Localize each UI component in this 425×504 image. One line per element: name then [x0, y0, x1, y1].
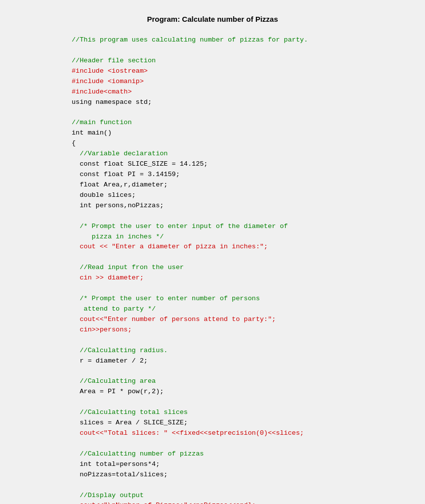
code-line-comment-slices: //Calculatting total slices [72, 408, 425, 418]
code-line-comment1: //This program uses calculating number o… [72, 35, 425, 46]
code-line-comment-read: //Read input fron the user [72, 263, 425, 273]
code-line-comment-header: //Header file section [72, 56, 425, 66]
code-line-cout-output: cout<<"\nNumber of Pizzas:"<<noPizzas<<e… [72, 501, 425, 504]
code-line-comment-var: //Variable declaration [72, 149, 425, 159]
code-line-cout-persons: cout<<"Enter number of persons attend to… [72, 315, 425, 325]
code-line-calc-slices: slices = Area / SLICE_SIZE; [72, 418, 425, 428]
code-line-calc-area: Area = PI * pow(r,2); [72, 387, 425, 397]
code-line-comment-prompt1b: pizza in inches */ [72, 232, 425, 242]
page-title: Program: Calculate number of Pizzas [0, 15, 425, 23]
code-line-include3: #include<cmath> [72, 87, 425, 97]
code-line-calc-radius: r = diameter / 2; [72, 356, 425, 367]
code-line-comment-prompt2b: attend to party */ [72, 304, 425, 315]
code-line-brace-open: { [72, 138, 425, 149]
code-line-cin-persons: cin>>persons; [72, 325, 425, 335]
code-line-comment-prompt1a: /* Prompt the user to enter input of the… [72, 222, 425, 232]
code-line-include2: #include <iomanip> [72, 77, 425, 87]
code-line-comment-radius: //Calculatting radius. [72, 346, 425, 356]
code-line-comment-area: //Calculatting area [72, 376, 425, 387]
code-block: //This program uses calculating number o… [72, 35, 425, 504]
code-line-cin-diameter: cin >> diameter; [72, 273, 425, 283]
code-line-float-area: float Area,r,diameter; [72, 180, 425, 190]
code-line-pi: const float PI = 3.14159; [72, 170, 425, 180]
code-line-comment-pizzas: //Calculatting number of pizzas [72, 449, 425, 459]
code-line-calc-total: int total=persons*4; [72, 459, 425, 470]
code-line-calc-noPizzas: noPizzas=total/slices; [72, 470, 425, 480]
code-line-cout-slices: cout<<"Total slices: " <<fixed<<setpreci… [72, 428, 425, 439]
code-line-comment-main: //main function [72, 118, 425, 128]
code-line-include1: #include <iostream> [72, 66, 425, 77]
code-line-slice-size: const float SLICE_SIZE = 14.125; [72, 159, 425, 170]
code-line-int-main: int main() [72, 128, 425, 138]
code-line-double-slices: double slices; [72, 190, 425, 201]
code-line-int-persons: int persons,noPizzas; [72, 201, 425, 211]
code-line-using: using namespace std; [72, 97, 425, 108]
code-line-comment-display: //Display output [72, 491, 425, 501]
code-line-comment-prompt2a: /* Prompt the user to enter number of pe… [72, 294, 425, 304]
code-line-cout-diameter: cout << "Enter a diameter of pizza in in… [72, 242, 425, 252]
